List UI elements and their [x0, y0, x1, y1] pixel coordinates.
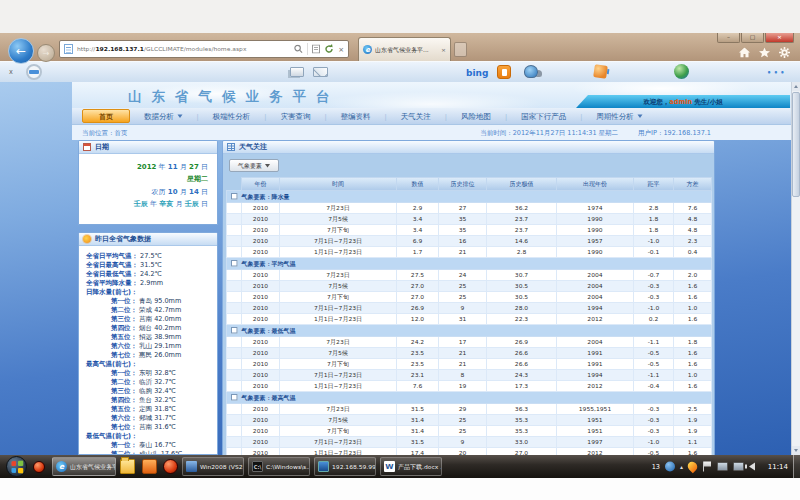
camera-icon[interactable]: [524, 65, 538, 78]
checkbox[interactable]: [231, 327, 238, 334]
nav-item-6[interactable]: 天气关注: [387, 111, 445, 121]
table-row[interactable]: 20107月23日31.52936.31955,1951-0.32.5: [227, 404, 712, 415]
table-row[interactable]: 20107月5候23.52126.61991-0.51.6: [227, 348, 712, 359]
table-row[interactable]: 20107月下旬27.02530.52004-0.31.6: [227, 292, 712, 303]
tray-messenger-icon[interactable]: [665, 462, 675, 472]
table-row[interactable]: 20107月下旬23.52126.61991-0.51.6: [227, 359, 712, 370]
tray-expand-icon[interactable]: ▴: [680, 463, 683, 470]
table-row[interactable]: 20107月5候31.42535.31951-0.31.9: [227, 415, 712, 426]
table-row[interactable]: 20101月1日~7月23日12.03122.320120.21.6: [227, 314, 712, 325]
checkbox[interactable]: [231, 193, 238, 200]
table-cell: 3.4: [397, 225, 439, 236]
table-cell: 1月1日~7月23日: [280, 314, 397, 325]
blocked-content-icon[interactable]: [26, 64, 42, 80]
mail-icon[interactable]: [313, 67, 328, 77]
messenger-icon[interactable]: [497, 65, 511, 79]
scroll-down-arrow[interactable]: [792, 446, 800, 455]
address-bar-icons: ×: [294, 43, 344, 55]
taskbar-clock[interactable]: 11:14: [768, 455, 788, 478]
element-group-row[interactable]: 气象要素：最高气温: [227, 392, 712, 404]
table-cell: 22.3: [487, 314, 557, 325]
table-row[interactable]: 20107月1日~7月23日26.9928.01994-1.01.0: [227, 303, 712, 314]
table-row[interactable]: 20107月下旬31.42535.31951-0.31.9: [227, 426, 712, 437]
table-row[interactable]: 20101月1日~7月23日7.61917.32012-0.41.6: [227, 381, 712, 392]
element-group-row[interactable]: 气象要素：平均气温: [227, 258, 712, 270]
compatibility-icon[interactable]: [312, 45, 320, 54]
nav-item-1[interactable]: 首页: [82, 109, 130, 123]
table-cell: 25: [439, 415, 487, 426]
scrollbar-thumb[interactable]: [792, 92, 800, 197]
network-icon[interactable]: [717, 462, 728, 471]
address-bar[interactable]: http://192.168.137.1/GLCCLIMATE/modules/…: [59, 40, 349, 58]
show-desktop-button[interactable]: [793, 455, 800, 478]
nav-item-3[interactable]: 极端性分析: [199, 111, 265, 121]
table-row[interactable]: 20107月下旬3.43523.719901.84.8: [227, 225, 712, 236]
favorites-star-icon[interactable]: [759, 48, 770, 58]
element-dropdown-button[interactable]: 气象要素: [229, 159, 279, 172]
taskbar-window-remote[interactable]: 192.168.59.99...: [314, 457, 376, 476]
home-icon[interactable]: [739, 48, 750, 58]
table-row[interactable]: 20107月1日~7月23日23.1824.31994-1.11.0: [227, 370, 712, 381]
taskbar-window-ie[interactable]: e山东省气候业务平...: [52, 457, 116, 476]
browser-tab[interactable]: e 山东省气候业务平... ×: [358, 37, 451, 61]
table-row[interactable]: 20101月1日~7月23日17.42027.02012-0.51.6: [227, 448, 712, 456]
start-button[interactable]: [6, 456, 27, 477]
table-row[interactable]: 20107月23日2.92736.219742.87.6: [227, 203, 712, 214]
taskbar-window-cmd[interactable]: C:\C:\Windows\s...: [248, 457, 310, 476]
vertical-scrollbar[interactable]: [791, 82, 800, 455]
scroll-up-arrow[interactable]: [792, 82, 800, 91]
display-icon[interactable]: [733, 462, 744, 471]
table-row[interactable]: 20101月1日~7月23日1.7212.81990-0.10.4: [227, 247, 712, 258]
maximize-button[interactable]: ▢: [741, 33, 764, 43]
stop-icon[interactable]: ×: [338, 45, 344, 53]
minimize-button[interactable]: –: [717, 33, 740, 43]
nav-item-9[interactable]: 周期性分析: [582, 111, 656, 121]
globe-icon[interactable]: [674, 64, 689, 79]
tab-close-icon[interactable]: ×: [441, 46, 446, 53]
nav-item-5[interactable]: 整编资料: [327, 111, 385, 121]
element-group-row[interactable]: 气象要素：最低气温: [227, 325, 712, 337]
nav-item-4[interactable]: 灾害查询: [266, 111, 324, 121]
cards-icon[interactable]: [290, 67, 304, 77]
forward-button[interactable]: →: [37, 44, 55, 62]
new-tab-button[interactable]: [454, 42, 467, 57]
nav-item-2[interactable]: 数据分析: [130, 111, 197, 121]
table-cell: 21: [439, 348, 487, 359]
table-cell: 7月下旬: [280, 426, 397, 437]
tray-flame-icon[interactable]: [686, 460, 699, 473]
table-row[interactable]: 20107月1日~7月23日6.91614.61957-1.02.3: [227, 236, 712, 247]
close-button[interactable]: ×: [765, 33, 794, 43]
back-button[interactable]: ←: [8, 38, 34, 64]
refresh-icon[interactable]: [324, 44, 334, 54]
table-row[interactable]: 20107月1日~7月23日31.5933.01997-1.01.1: [227, 437, 712, 448]
toolbar-close-icon[interactable]: x: [9, 68, 13, 76]
checkbox[interactable]: [231, 260, 238, 267]
taskbar-window-word[interactable]: W产品下载.docx ...: [380, 457, 442, 476]
table-row[interactable]: 20107月5候3.43523.719901.84.8: [227, 214, 712, 225]
table-row[interactable]: 20107月23日24.21726.92004-1.11.8: [227, 337, 712, 348]
weather-tool-icon[interactable]: [593, 64, 608, 79]
table-cell: 2.8: [634, 203, 674, 214]
search-icon[interactable]: [294, 45, 303, 54]
table-cell: 7月5候: [280, 281, 397, 292]
table-cell: 7月23日: [280, 270, 397, 281]
red-app-icon[interactable]: [163, 459, 178, 474]
volume-icon[interactable]: [749, 463, 755, 471]
table-row[interactable]: 20107月5候27.02530.52004-0.31.6: [227, 281, 712, 292]
toolbar-overflow-dots[interactable]: •••: [767, 69, 787, 77]
action-center-flag-icon[interactable]: [702, 462, 712, 472]
orange-app-icon[interactable]: [142, 459, 157, 474]
table-cell: 1.6: [674, 381, 712, 392]
nav-item-7[interactable]: 风险地图: [447, 111, 505, 121]
taskbar-window-win[interactable]: Win2008 (VS2...: [182, 457, 244, 476]
checkbox[interactable]: [231, 394, 238, 401]
explorer-folder-icon[interactable]: [120, 459, 135, 474]
settings-gear-icon[interactable]: [779, 47, 790, 58]
table-row[interactable]: 20107月23日27.52430.72004-0.72.0: [227, 270, 712, 281]
bing-logo[interactable]: bing: [466, 67, 488, 78]
element-group-row[interactable]: 气象要素：降水量: [227, 191, 712, 203]
media-player-icon[interactable]: [33, 461, 45, 473]
table-cell: -0.3: [634, 281, 674, 292]
table-cell: 1.6: [674, 292, 712, 303]
nav-item-8[interactable]: 国家下行产品: [507, 111, 580, 121]
